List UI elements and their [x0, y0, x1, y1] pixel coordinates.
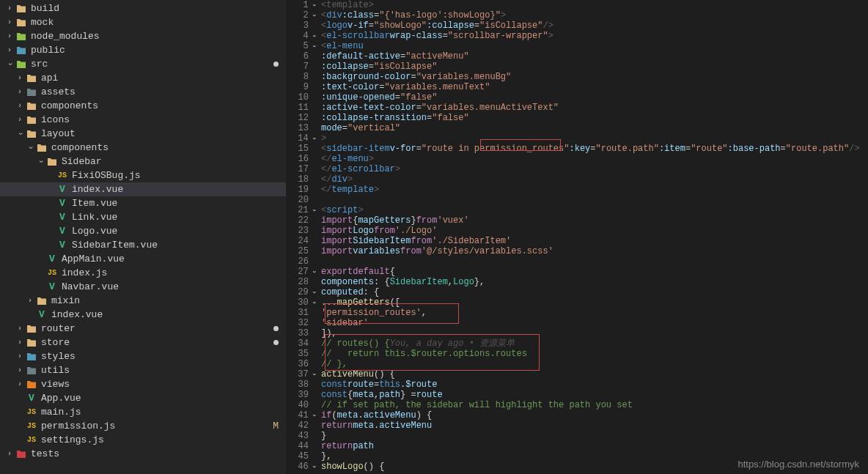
expand-arrow-icon[interactable]: › [15, 352, 25, 360]
code-line[interactable]: :unique-opened="false" [321, 92, 868, 103]
code-line[interactable]: </el-scrollbar> [321, 164, 868, 174]
code-line[interactable]: // return this.$router.options.routes [321, 349, 868, 359]
code-line[interactable]: <sidebar-item v-for="route in permission… [321, 144, 868, 154]
code-line[interactable]: :default-active="activeMenu" [321, 51, 868, 62]
expand-arrow-icon[interactable]: › [35, 158, 45, 166]
code-line[interactable]: computed: { [321, 287, 868, 297]
code-line[interactable]: <template> [321, 0, 868, 10]
code-line[interactable]: <el-scrollbar wrap-class="scrollbar-wrap… [321, 31, 868, 41]
code-line[interactable]: <el-menu [321, 41, 868, 51]
tree-item-settings-js[interactable]: JSsettings.js [0, 433, 286, 447]
code-line[interactable]: // }, [321, 359, 868, 369]
expand-arrow-icon[interactable]: › [4, 4, 15, 12]
tree-item-Item-vue[interactable]: VItem.vue [0, 196, 286, 210]
tree-item-AppMain-vue[interactable]: VAppMain.vue [0, 252, 286, 266]
expand-arrow-icon[interactable]: › [15, 116, 25, 124]
tree-item-styles[interactable]: ›styles [0, 349, 286, 363]
code-line[interactable]: import variables from '@/styles/variable… [321, 246, 868, 256]
code-line[interactable]: } [321, 431, 868, 441]
tree-item-mock[interactable]: ›mock [0, 15, 286, 29]
tree-item-layout[interactable]: ›layout [0, 127, 286, 141]
tree-item-utils[interactable]: ›utils [0, 363, 286, 377]
expand-arrow-icon[interactable]: › [25, 144, 35, 152]
code-line[interactable]: components: { SidebarItem, Logo }, [321, 277, 868, 287]
code-line[interactable] [321, 256, 868, 267]
tree-item-main-js[interactable]: JSmain.js [0, 405, 286, 419]
tree-item-Link-vue[interactable]: VLink.vue [0, 210, 286, 224]
code-line[interactable]: 'permission_routes', [321, 308, 868, 318]
code-line[interactable]: :background-color="variables.menuBg" [321, 72, 868, 82]
tree-item-views[interactable]: ›views [0, 377, 286, 391]
code-line[interactable]: ...mapGetters([ [321, 297, 868, 308]
expand-arrow-icon[interactable]: › [15, 74, 25, 82]
expand-arrow-icon[interactable]: › [4, 32, 15, 40]
code-line[interactable]: <script> [321, 205, 868, 215]
tree-item-src[interactable]: ›src [0, 57, 286, 71]
tree-item-SidebarItem-vue[interactable]: VSidebarItem.vue [0, 238, 286, 252]
code-line[interactable]: <logo v-if="showLogo" :collapse="isColla… [321, 21, 868, 31]
tree-item-index-vue[interactable]: Vindex.vue [0, 182, 286, 196]
tree-item-Sidebar[interactable]: ›Sidebar [0, 155, 286, 169]
tree-item-components[interactable]: ›components [0, 99, 286, 113]
tree-item-label: Item.vue [72, 198, 117, 209]
expand-arrow-icon[interactable]: › [4, 450, 15, 458]
code-line[interactable]: :active-text-color="variables.menuActive… [321, 103, 868, 113]
tree-item-store[interactable]: ›store [0, 336, 286, 349]
tree-item-node_modules[interactable]: ›node_modules [0, 29, 286, 43]
code-line[interactable]: import Logo from './Logo' [321, 226, 868, 236]
tree-item-Navbar-vue[interactable]: VNavbar.vue [0, 280, 286, 294]
expand-arrow-icon[interactable]: › [25, 297, 35, 305]
code-line[interactable]: :text-color="variables.menuText" [321, 82, 868, 92]
expand-arrow-icon[interactable]: › [15, 366, 25, 374]
code-line[interactable]: > [321, 133, 868, 144]
code-line[interactable]: import SidebarItem from './SidebarItem' [321, 236, 868, 246]
file-explorer-panel[interactable]: ›build›mock›node_modules›public›src›api›… [0, 0, 286, 474]
code-line[interactable]: :collapse-transition="false" [321, 113, 868, 123]
code-line[interactable] [321, 195, 868, 205]
expand-arrow-icon[interactable]: › [15, 380, 25, 388]
code-line[interactable]: const route = this.$route [321, 379, 868, 390]
tree-item-permission-js[interactable]: JSpermission.jsM [0, 419, 286, 433]
code-line[interactable]: </template> [321, 185, 868, 195]
expand-arrow-icon[interactable]: › [4, 60, 15, 68]
tree-item-index-vue[interactable]: Vindex.vue [0, 308, 286, 322]
code-line[interactable]: return meta.activeMenu [321, 421, 868, 431]
code-line[interactable]: <div :class="{'has-logo':showLogo}"> [321, 10, 868, 21]
code-line[interactable]: const { meta, path } = route [321, 390, 868, 400]
expand-arrow-icon[interactable]: › [15, 130, 25, 138]
code-line[interactable]: import { mapGetters } from 'vuex' [321, 215, 868, 226]
code-line[interactable]: return path [321, 441, 868, 451]
code-line[interactable]: // routes() { You, a day ago • 资源菜单 [321, 338, 868, 349]
tree-item-tests[interactable]: ›tests [0, 447, 286, 461]
code-line[interactable]: :collapse="isCollapse" [321, 62, 868, 72]
code-line[interactable]: activeMenu() { [321, 369, 868, 379]
code-line[interactable]: // if set path, the sidebar will highlig… [321, 400, 868, 410]
code-line[interactable]: </div> [321, 174, 868, 185]
tree-item-public[interactable]: ›public [0, 43, 286, 57]
code-line[interactable]: </el-menu> [321, 154, 868, 164]
code-line[interactable]: export default { [321, 267, 868, 277]
tree-item-icons[interactable]: ›icons [0, 113, 286, 127]
expand-arrow-icon[interactable]: › [15, 325, 25, 333]
tree-item-router[interactable]: ›router [0, 322, 286, 336]
code-editor[interactable]: 1›2›34›5›67891011121314›15161718192021›2… [286, 0, 868, 474]
expand-arrow-icon[interactable]: › [4, 46, 15, 54]
tree-item-index-js[interactable]: JSindex.js [0, 266, 286, 280]
tree-item-build[interactable]: ›build [0, 1, 286, 15]
expand-arrow-icon[interactable]: › [4, 18, 15, 26]
code-line[interactable]: mode="vertical" [321, 123, 868, 133]
tree-item-components[interactable]: ›components [0, 141, 286, 155]
code-line[interactable]: if (meta.activeMenu) { [321, 410, 868, 421]
tree-item-assets[interactable]: ›assets [0, 85, 286, 99]
tree-item-Logo-vue[interactable]: VLogo.vue [0, 224, 286, 238]
tree-item-FixiOSBug-js[interactable]: JSFixiOSBug.js [0, 169, 286, 182]
tree-item-api[interactable]: ›api [0, 71, 286, 85]
tree-item-mixin[interactable]: ›mixin [0, 294, 286, 308]
expand-arrow-icon[interactable]: › [15, 338, 25, 347]
code-line[interactable]: ]), [321, 328, 868, 338]
code-content[interactable]: <template> <div :class="{'has-logo':show… [321, 0, 868, 474]
tree-item-App-vue[interactable]: VApp.vue [0, 391, 286, 405]
expand-arrow-icon[interactable]: › [15, 88, 25, 96]
expand-arrow-icon[interactable]: › [15, 102, 25, 110]
code-line[interactable]: 'sidebar' [321, 318, 868, 328]
